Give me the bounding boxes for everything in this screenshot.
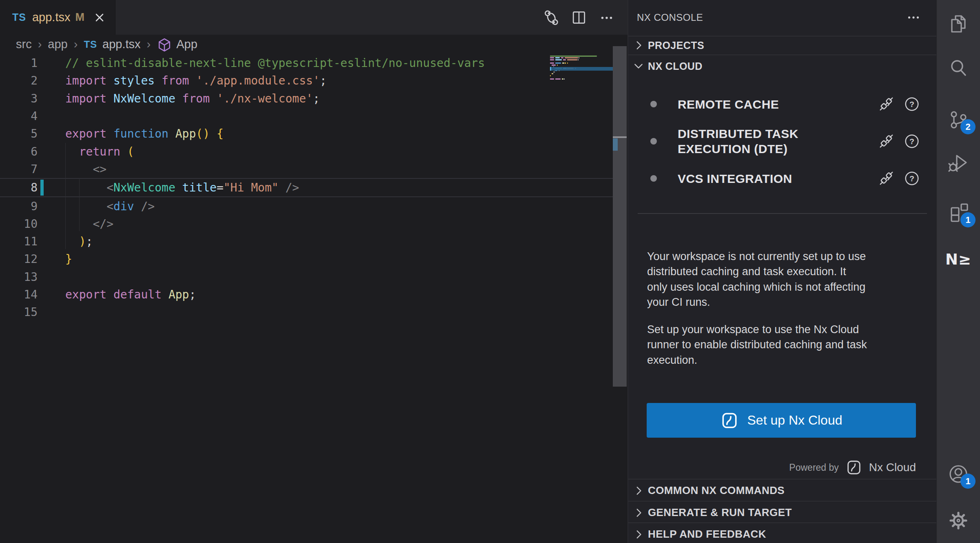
line-number: 8 xyxy=(0,181,38,194)
breadcrumb: src › app › TS app.tsx › App xyxy=(0,35,628,54)
svg-text:?: ? xyxy=(909,137,914,146)
close-tab-icon[interactable] xyxy=(93,11,106,24)
section-help-and-feedback[interactable]: HELP AND FEEDBACK xyxy=(628,523,936,543)
code-line[interactable]: 3import NxWelcome from './nx-welcome'; xyxy=(0,90,613,107)
chevron-right-icon xyxy=(633,485,644,496)
breadcrumb-symbol[interactable]: App xyxy=(176,38,197,51)
activity-bar-search-icon[interactable] xyxy=(948,58,969,79)
line-number: 4 xyxy=(0,109,38,123)
typescript-file-icon: TS xyxy=(84,39,97,50)
indent-guide xyxy=(79,178,80,231)
status-dot xyxy=(650,175,657,182)
code-line[interactable]: 1// eslint-disable-next-line @typescript… xyxy=(0,54,613,72)
code-text: export function App() { xyxy=(65,127,224,140)
svg-text:?: ? xyxy=(909,100,914,109)
editor-scrollbar[interactable] xyxy=(613,46,627,387)
section-common-nx-commands[interactable]: COMMON NX COMMANDS xyxy=(628,480,936,501)
line-number: 3 xyxy=(0,92,38,105)
line-number: 5 xyxy=(0,127,38,140)
nx-cloud-feature-row: VCS INTEGRATION? xyxy=(647,165,920,192)
code-line[interactable]: 5export function App() { xyxy=(0,125,613,142)
workspace-description: Your workspace is not currently set up t… xyxy=(647,249,923,310)
code-editor[interactable]: 1// eslint-disable-next-line @typescript… xyxy=(0,54,613,321)
code-line[interactable]: 14export default App; xyxy=(0,286,613,303)
code-line[interactable]: 9 <div /> xyxy=(0,197,613,215)
chevron-right-icon: › xyxy=(38,38,42,51)
breadcrumb-folder[interactable]: app xyxy=(48,38,67,51)
divider xyxy=(628,523,936,523)
indent-guide xyxy=(65,143,66,249)
section-projects[interactable]: PROJECTS xyxy=(628,36,936,54)
line-number: 10 xyxy=(0,217,38,231)
code-text: ); xyxy=(65,235,93,248)
divider xyxy=(628,55,936,55)
activity-bar-explorer-icon[interactable] xyxy=(948,13,969,34)
extensions-badge: 1 xyxy=(960,212,976,227)
code-line[interactable]: 11 ); xyxy=(0,233,613,250)
open-changes-icon[interactable] xyxy=(543,9,560,26)
code-text: } xyxy=(65,252,72,266)
divider xyxy=(628,479,936,479)
editor-group: TS app.tsx M xyxy=(0,0,628,543)
setup-nx-cloud-button[interactable]: Set up Nx Cloud xyxy=(647,403,916,438)
nx-cloud-feature-row: DISTRIBUTED TASK EXECUTION (DTE)? xyxy=(647,126,920,157)
code-text: export default App; xyxy=(65,288,196,301)
help-question-icon: ? xyxy=(904,96,920,112)
chevron-right-icon xyxy=(633,40,644,51)
code-line[interactable]: 12} xyxy=(0,250,613,268)
code-line[interactable]: 2import styles from './app.module.css'; xyxy=(0,72,613,89)
scrollbar-divider xyxy=(613,136,627,138)
more-actions-icon[interactable] xyxy=(598,9,615,26)
split-editor-icon[interactable] xyxy=(570,9,588,26)
scrollbar-modified-marker xyxy=(613,138,618,151)
code-line[interactable]: 6 return ( xyxy=(0,142,613,160)
help-question-icon: ? xyxy=(904,133,920,149)
code-text: <NxWelcome title="Hi Mom" /> xyxy=(65,181,299,194)
code-line[interactable]: 15 xyxy=(0,303,613,321)
code-line[interactable]: 10 </> xyxy=(0,215,613,233)
line-number: 14 xyxy=(0,288,38,301)
panel-more-actions-icon[interactable] xyxy=(905,9,922,26)
line-number: 7 xyxy=(0,162,38,176)
connect-plug-icon xyxy=(878,96,894,112)
tab-app-tsx[interactable]: TS app.tsx M xyxy=(0,0,115,35)
line-number: 13 xyxy=(0,270,38,284)
git-modified-badge: M xyxy=(75,11,84,24)
section-label: HELP AND FEEDBACK xyxy=(648,528,766,541)
line-number: 9 xyxy=(0,200,38,213)
code-line[interactable]: 7 <> xyxy=(0,160,613,178)
status-dot xyxy=(650,138,657,145)
line-number: 15 xyxy=(0,305,38,319)
breadcrumb-file[interactable]: app.tsx xyxy=(102,38,141,51)
minimap[interactable] xyxy=(550,56,613,88)
activity-bar-nx-console-icon[interactable]: N≥ xyxy=(948,249,969,270)
line-number: 11 xyxy=(0,235,38,248)
nx-console-panel: NX CONSOLE PROJECTS NX CLOUD REMOTE CACH… xyxy=(628,0,936,543)
code-line[interactable]: 4 xyxy=(0,107,613,125)
code-text: </> xyxy=(65,217,113,231)
panel-title: NX CONSOLE xyxy=(637,0,703,35)
breadcrumb-folder[interactable]: src xyxy=(16,38,32,51)
powered-by: Powered by Nx Cloud xyxy=(789,459,916,476)
activity-bar-run-and-debug-icon[interactable] xyxy=(948,152,969,173)
activity-bar: 21N≥1 xyxy=(936,0,980,543)
minimap-viewport-highlight xyxy=(550,67,613,71)
line-number: 12 xyxy=(0,252,38,266)
section-nx-cloud[interactable]: NX CLOUD xyxy=(628,56,936,76)
code-line[interactable]: 13 xyxy=(0,268,613,286)
tab-label: app.tsx xyxy=(32,11,71,24)
code-text: <div /> xyxy=(65,200,155,213)
chevron-right-icon xyxy=(633,507,644,518)
chevron-right-icon xyxy=(633,529,644,540)
section-label: GENERATE & RUN TARGET xyxy=(648,506,792,519)
section-label: COMMON NX COMMANDS xyxy=(648,484,785,497)
section-generate-run-target[interactable]: GENERATE & RUN TARGET xyxy=(628,502,936,523)
svg-text:?: ? xyxy=(909,174,914,183)
vscode-window: TS app.tsx M xyxy=(0,0,980,543)
section-label: PROJECTS xyxy=(648,40,704,51)
activity-bar-settings-icon[interactable] xyxy=(948,510,969,531)
code-line[interactable]: 8 <NxWelcome title="Hi Mom" /> xyxy=(0,178,613,197)
chevron-down-icon xyxy=(633,61,644,71)
chevron-right-icon: › xyxy=(147,38,151,51)
divider xyxy=(638,213,927,214)
